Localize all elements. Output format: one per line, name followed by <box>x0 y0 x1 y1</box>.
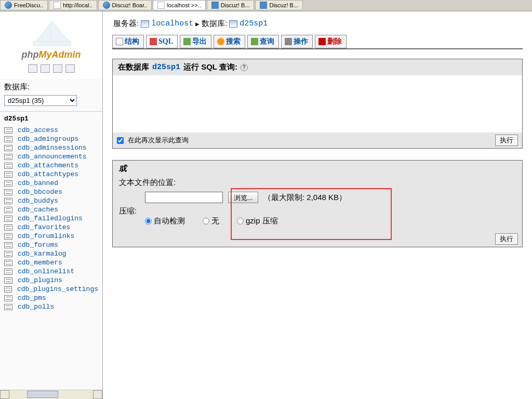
svg-rect-2 <box>33 42 71 46</box>
sidebar-icon-row <box>28 64 75 73</box>
table-row: cdb_failedlogins <box>0 214 102 223</box>
browser-tab[interactable]: FreeDiscu.. <box>0 0 48 10</box>
table-icon[interactable] <box>4 145 12 151</box>
query-button[interactable]: 查询 <box>247 35 279 48</box>
sql-tab-icon <box>150 38 157 45</box>
table-row: cdb_access <box>0 126 102 135</box>
docs-icon[interactable] <box>53 64 62 73</box>
table-link[interactable]: cdb_polls <box>18 303 54 311</box>
table-icon[interactable] <box>4 136 12 142</box>
operations-icon <box>285 38 292 45</box>
file-path-input[interactable] <box>145 192 223 203</box>
compression-label: 压缩: <box>119 206 516 216</box>
scroll-left-icon[interactable] <box>0 390 9 399</box>
radio-gzip[interactable]: gzip 压缩 <box>237 216 278 226</box>
table-link[interactable]: cdb_caches <box>18 206 58 214</box>
table-row: cdb_plugins <box>0 276 102 285</box>
browser-tab[interactable]: http://local.. <box>49 0 97 10</box>
db-name-link[interactable]: d25sp1 <box>152 63 180 72</box>
table-icon[interactable] <box>4 295 12 301</box>
search-icon <box>217 38 224 45</box>
table-link[interactable]: cdb_adminsessions <box>18 144 87 152</box>
table-icon[interactable] <box>4 286 12 292</box>
panel-header: 在数据库 d25sp1 运行 SQL 查询: ? <box>113 59 522 75</box>
execute-button[interactable]: 执行 <box>495 135 518 146</box>
home-icon[interactable] <box>28 64 37 73</box>
radio-auto[interactable]: 自动检测 <box>145 216 185 226</box>
table-link[interactable]: cdb_announcements <box>18 153 87 161</box>
table-link[interactable]: cdb_bbcodes <box>18 188 62 196</box>
browser-tab[interactable]: Discuz! Boar.. <box>98 0 152 10</box>
table-link[interactable]: cdb_favorites <box>18 223 70 231</box>
table-icon[interactable] <box>4 251 12 257</box>
table-icon[interactable] <box>4 207 12 213</box>
table-row: cdb_members <box>0 258 102 267</box>
table-link[interactable]: cdb_failedlogins <box>18 215 83 222</box>
horizontal-scrollbar[interactable] <box>0 390 102 399</box>
search-button[interactable]: 搜索 <box>214 35 245 48</box>
table-link[interactable]: cdb_members <box>18 259 62 267</box>
scroll-right-icon[interactable] <box>93 390 102 399</box>
show-query-again-checkbox[interactable] <box>117 137 124 144</box>
browse-button[interactable]: 浏览... <box>228 192 258 203</box>
table-icon[interactable] <box>4 304 12 310</box>
table-icon[interactable] <box>4 180 12 187</box>
drop-icon <box>318 38 326 45</box>
table-link[interactable]: cdb_forums <box>18 241 58 249</box>
table-link[interactable]: cdb_plugins_settings <box>17 285 98 293</box>
table-link[interactable]: cdb_access <box>18 126 58 134</box>
table-link[interactable]: cdb_karmalog <box>18 250 66 258</box>
query-window-icon[interactable] <box>65 64 75 73</box>
sql-button[interactable]: SQL <box>146 35 178 48</box>
table-icon[interactable] <box>4 260 12 266</box>
table-icon[interactable] <box>4 277 12 284</box>
table-icon[interactable] <box>4 127 12 134</box>
browser-tab[interactable]: Discuz! B... <box>207 0 255 10</box>
table-link[interactable]: cdb_buddys <box>18 197 58 205</box>
world-icon <box>103 2 110 9</box>
browser-tab[interactable]: Discuz! B... <box>255 0 303 10</box>
discuz-icon <box>260 2 267 9</box>
table-icon[interactable] <box>4 189 12 195</box>
table-icon[interactable] <box>4 242 12 248</box>
drop-button[interactable]: 删除 <box>315 35 347 48</box>
table-link[interactable]: cdb_forumlinks <box>18 232 74 240</box>
table-link[interactable]: cdb_pms <box>18 294 46 302</box>
sql-query-panel: 在数据库 d25sp1 运行 SQL 查询: ? 在此再次显示此查询 执行 <box>112 59 523 149</box>
table-row: cdb_banned <box>0 179 102 188</box>
logo-area: phpMyAdmin <box>0 11 102 79</box>
table-link[interactable]: cdb_onlinelist <box>18 268 74 275</box>
database-select[interactable]: d25sp1 (35) <box>4 95 77 106</box>
size-limit-label: （最大限制: 2,048 KB） <box>263 193 347 203</box>
structure-button[interactable]: 结构 <box>112 35 144 48</box>
scroll-thumb[interactable] <box>27 391 58 398</box>
table-link[interactable]: cdb_attachtypes <box>18 170 78 178</box>
browser-tab[interactable]: localhost >>.. <box>153 0 205 10</box>
export-button[interactable]: 导出 <box>180 35 211 48</box>
table-icon[interactable] <box>4 233 12 240</box>
table-icon[interactable] <box>4 216 12 222</box>
table-icon[interactable] <box>4 171 12 178</box>
table-link[interactable]: cdb_attachments <box>18 162 78 169</box>
table-icon[interactable] <box>4 198 12 204</box>
sql-textarea[interactable] <box>113 75 522 132</box>
table-list[interactable]: d25sp1 cdb_accesscdb_admingroupscdb_admi… <box>0 112 102 399</box>
table-icon[interactable] <box>4 154 12 160</box>
help-icon[interactable]: ? <box>241 64 248 71</box>
table-icon[interactable] <box>4 269 12 275</box>
execute-button-2[interactable]: 执行 <box>495 233 518 245</box>
sql-icon[interactable] <box>41 64 50 73</box>
database-icon <box>229 20 237 28</box>
operations-button[interactable]: 操作 <box>281 35 313 48</box>
radio-none[interactable]: 无 <box>203 216 219 226</box>
table-icon[interactable] <box>4 163 12 169</box>
table-link[interactable]: cdb_admingroups <box>18 135 78 143</box>
table-link[interactable]: cdb_banned <box>18 179 58 187</box>
table-row: cdb_plugins_settings <box>0 285 102 294</box>
table-icon[interactable] <box>4 224 12 231</box>
db-link[interactable]: d25sp1 <box>240 19 268 28</box>
blank-icon <box>157 2 165 9</box>
table-row: cdb_admingroups <box>0 135 102 143</box>
table-link[interactable]: cdb_plugins <box>18 276 62 284</box>
server-link[interactable]: localhost <box>151 19 193 28</box>
